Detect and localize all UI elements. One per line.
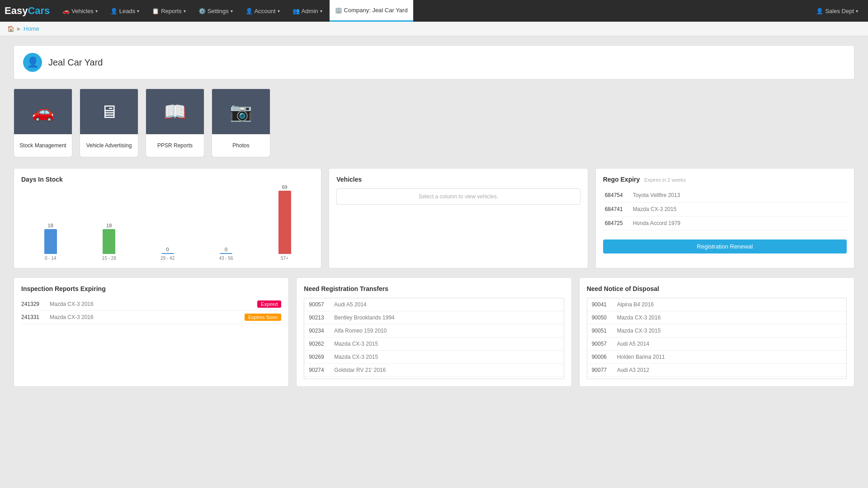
badge-expired: Expired (257, 300, 281, 308)
transfer-car: Audi A5 2014 (334, 301, 366, 308)
transfer-car: Goldstar RV 21' 2016 (334, 367, 386, 373)
bar-43-56-value: 0 (225, 247, 227, 252)
insp-car: Mazda CX-3 2016 (50, 314, 241, 320)
disposal-car: Mazda CX-3 2015 (617, 328, 661, 334)
insp-item-241329: 241329 Mazda CX-3 2016 Expired (21, 298, 281, 311)
transfer-id: 90213 (309, 314, 329, 321)
bar-15-28-bar (103, 229, 115, 254)
chevron-down-icon: ▾ (278, 9, 280, 14)
bar-43-56-label: 43 - 56 (219, 256, 233, 261)
nav-leads[interactable]: 👤 Leads ▾ (105, 0, 145, 22)
tile-photos[interactable]: 📷 Photos (212, 89, 270, 157)
chevron-down-icon: ▾ (856, 9, 858, 14)
transfer-id: 90269 (309, 354, 329, 360)
bar-0-14-bar (44, 229, 57, 254)
transfer-car: Mazda CX-3 2015 (334, 354, 378, 360)
bar-15-28-value: 18 (106, 223, 112, 228)
nav-reports[interactable]: 📋 Reports ▾ (146, 0, 191, 22)
vehicles-title: Vehicles (336, 176, 580, 183)
dashboard-row-2: Inspection Reports Expiring 241329 Mazda… (14, 277, 854, 387)
insp-item-241331: 241331 Mazda CX-3 2016 Expires Soon (21, 311, 281, 324)
bar-15-28[interactable]: 18 15 - 28 (80, 223, 138, 261)
disposal-id: 90057 (592, 341, 612, 347)
days-in-stock-panel: Days In Stock 18 0 - 14 18 15 - 28 0 29 … (14, 168, 321, 268)
bar-15-28-label: 15 - 28 (102, 256, 116, 261)
list-item: 90057 Audi A5 2014 (304, 298, 563, 311)
rego-expiry-title: Rego Expiry Expires in 2 weeks (603, 176, 847, 183)
app-logo[interactable]: EasyCars (5, 5, 50, 17)
tile-stock-management[interactable]: 🚗 Stock Management (14, 89, 72, 157)
dashboard-row-1: Days In Stock 18 0 - 14 18 15 - 28 0 29 … (14, 168, 854, 268)
bar-57plus-label: 57+ (281, 256, 288, 261)
bar-29-42[interactable]: 0 29 - 42 (138, 247, 197, 261)
list-item: 90041 Alpina B4 2016 (587, 298, 846, 311)
rego-car: Mazda CX-3 2015 (633, 206, 677, 212)
registration-renewal-button[interactable]: Registration Renewal (603, 239, 847, 253)
tile-ppsr-reports[interactable]: 📖 PPSR Reports (146, 89, 204, 157)
nav-sales-dept[interactable]: 👤 Sales Dept ▾ (811, 8, 863, 14)
chevron-down-icon: ▾ (95, 9, 98, 14)
disposal-car: Mazda CX-3 2016 (617, 314, 661, 321)
notice-of-disposal-panel: Need Notice of Disposal 90041 Alpina B4 … (579, 277, 854, 387)
sales-dept-icon: 👤 (816, 8, 823, 14)
rego-item-684741: 684741 Mazda CX-3 2015 (603, 202, 847, 216)
insp-id: 241329 (21, 301, 46, 307)
rego-expiry-panel: Rego Expiry Expires in 2 weeks 684754 To… (595, 168, 854, 268)
ppsr-reports-icon: 📖 (146, 89, 204, 134)
bar-57plus[interactable]: 69 57+ (255, 184, 314, 261)
bar-57plus-value: 69 (282, 184, 287, 190)
bar-29-42-value: 0 (166, 247, 169, 252)
tile-stock-management-label: Stock Management (14, 134, 72, 157)
chevron-down-icon: ▾ (137, 9, 139, 14)
nav-admin[interactable]: 👥 Admin ▾ (287, 0, 328, 22)
bar-43-56[interactable]: 0 43 - 56 (197, 247, 255, 261)
chevron-down-icon: ▾ (184, 9, 186, 14)
insp-id: 241331 (21, 314, 46, 320)
vehicles-hint: Select a column to view vehicles. (336, 188, 580, 205)
logo-text: EasyCars (5, 5, 50, 17)
tile-vehicle-advertising-label: Vehicle Advertising (80, 134, 138, 157)
navbar: EasyCars 🚗 Vehicles ▾ 👤 Leads ▾ 📋 Report… (0, 0, 868, 22)
disposal-id: 90050 (592, 314, 612, 321)
chevron-down-icon: ▾ (231, 9, 233, 14)
notice-of-disposal-title: Need Notice of Disposal (587, 285, 847, 292)
nav-leads-label: Leads (119, 8, 135, 14)
tile-grid: 🚗 Stock Management 🖥 Vehicle Advertising… (14, 89, 854, 157)
nav-vehicles[interactable]: 🚗 Vehicles ▾ (57, 0, 103, 22)
list-item: 90092 Mazda CX-3 2015 (587, 377, 846, 379)
vehicle-advertising-icon: 🖥 (80, 89, 138, 134)
transfer-car: Mazda CX-3 2015 (334, 341, 378, 347)
rego-list: 684754 Toyota Vellfire 2013 684741 Mazda… (603, 188, 847, 230)
list-item: 90050 Mazda CX-3 2016 (587, 311, 846, 324)
days-in-stock-title: Days In Stock (21, 176, 314, 183)
nav-account[interactable]: 👤 Account ▾ (240, 0, 285, 22)
nav-company-label: Company: Jeal Car Yard (344, 7, 408, 14)
main-content: 👤 Jeal Car Yard 🚗 Stock Management 🖥 Veh… (0, 36, 868, 396)
transfer-car: Alfa Romeo 159 2010 (334, 328, 387, 334)
disposal-id: 90077 (592, 367, 612, 373)
rego-expiry-subtitle: Expires in 2 weeks (644, 177, 686, 183)
rego-id: 684754 (605, 192, 627, 198)
registration-transfers-panel: Need Registration Transfers 90057 Audi A… (296, 277, 571, 387)
vehicles-panel: Vehicles Select a column to view vehicle… (329, 168, 588, 268)
avatar: 👤 (23, 53, 42, 72)
nav-admin-label: Admin (302, 8, 318, 14)
stock-management-icon: 🚗 (14, 89, 72, 134)
insp-car: Mazda CX-3 2016 (50, 301, 254, 307)
list-item: 90269 Mazda CX-3 2015 (304, 351, 563, 364)
registration-transfers-title: Need Registration Transfers (304, 285, 564, 292)
notice-of-disposal-list[interactable]: 90041 Alpina B4 2016 90050 Mazda CX-3 20… (587, 298, 847, 379)
company-header: 👤 Jeal Car Yard (14, 45, 854, 80)
home-icon[interactable]: 🏠 (7, 25, 14, 32)
tile-vehicle-advertising[interactable]: 🖥 Vehicle Advertising (80, 89, 138, 157)
breadcrumb-home-link[interactable]: Home (24, 25, 39, 32)
bar-0-14[interactable]: 18 0 - 14 (21, 223, 80, 261)
list-item: 90051 Mazda CX-3 2015 (587, 324, 846, 338)
nav-settings[interactable]: ⚙️ Settings ▾ (193, 0, 238, 22)
nav-company[interactable]: 🏢 Company: Jeal Car Yard (330, 0, 413, 22)
registration-transfers-list[interactable]: 90057 Audi A5 2014 90213 Bentley Brookla… (304, 298, 564, 379)
chevron-down-icon: ▾ (320, 9, 322, 14)
disposal-car: Holden Barina 2011 (617, 354, 665, 360)
bar-57plus-bar (278, 191, 291, 254)
company-name: Jeal Car Yard (48, 57, 103, 68)
